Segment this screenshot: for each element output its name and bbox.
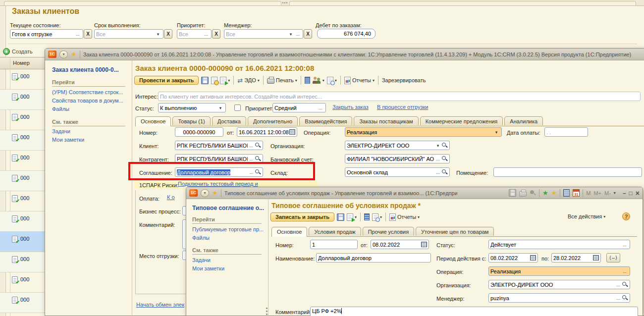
- print-disabled-icon[interactable]: [519, 191, 527, 197]
- room-field[interactable]: [493, 167, 642, 177]
- favorite-star-icon[interactable]: ★: [71, 51, 77, 58]
- choose-button[interactable]: ...: [203, 30, 210, 38]
- memory-plus-button[interactable]: М+: [593, 190, 601, 196]
- filter-manager-field[interactable]: Все ▾ ...: [224, 29, 303, 39]
- payment-link[interactable]: К о: [167, 194, 175, 200]
- reports-button[interactable]: Отчеты▾: [344, 77, 375, 84]
- priority-field[interactable]: Средний ...: [272, 103, 326, 112]
- tab-main[interactable]: Основное: [271, 227, 307, 237]
- agreement-window-titlebar[interactable]: 1С ▾ ★ Типовое соглашение об условиях пр…: [186, 187, 643, 199]
- choose-button[interactable]: ...: [615, 281, 622, 289]
- print-button[interactable]: Печать▾: [267, 77, 297, 84]
- sidebar-item-notes[interactable]: Мои заметки: [192, 265, 224, 271]
- number-field[interactable]: 0000-000090: [175, 127, 223, 137]
- dropdown-icon[interactable]: ▾: [287, 30, 294, 38]
- table-row[interactable]: ✔000: [0, 151, 45, 171]
- filter-deadline-clear-button[interactable]: X: [164, 29, 172, 39]
- spark-trial-link[interactable]: Подключить тестовый период и: [178, 181, 258, 187]
- dropdown-icon[interactable]: ▾: [217, 104, 224, 112]
- period-to-field[interactable]: 28.02.2022: [551, 253, 601, 263]
- org-dropdown[interactable]: ЭЛЕКТРО-ДИРЕКТ ООО▾: [345, 141, 450, 150]
- calculator-icon[interactable]: [563, 189, 570, 197]
- table-row[interactable]: ✔000: [0, 293, 45, 313]
- choose-button[interactable]: ...: [434, 155, 441, 163]
- client-field[interactable]: РПК РЕСПУБЛИКИ БАШКОРТОСТАН ,...: [175, 141, 263, 150]
- all-actions-button[interactable]: Все действия▾: [568, 213, 605, 219]
- document-structure-icon[interactable]: [305, 77, 310, 84]
- create-button[interactable]: + Создать: [3, 48, 33, 55]
- magnifier-icon[interactable]: [441, 142, 448, 149]
- filter-deadline-field[interactable]: Все ▾: [94, 29, 163, 39]
- period-picker-button[interactable]: (↔): [606, 253, 620, 263]
- choose-button[interactable]: ...: [248, 142, 255, 150]
- bank-field[interactable]: ФИЛИАЛ "НОВОСИБИРСКИЙ" АО "АЛ...: [345, 154, 450, 163]
- warehouse-field[interactable]: Основной склад...: [345, 167, 450, 177]
- maximize-button[interactable]: □: [629, 190, 633, 197]
- table-row[interactable]: ✔000: [0, 252, 45, 272]
- date-field[interactable]: 16.06.2021 12:00:08: [237, 127, 297, 137]
- table-row[interactable]: ✔000: [0, 90, 45, 110]
- post-document-icon[interactable]: [211, 77, 217, 84]
- calendar-icon[interactable]: [593, 255, 599, 261]
- date-field[interactable]: 08.02.2022: [371, 240, 429, 249]
- create-based-on-button[interactable]: ▾: [220, 77, 230, 84]
- close-order-link[interactable]: Закрыть заказ: [332, 104, 369, 110]
- filter-manager-clear-button[interactable]: X: [304, 29, 312, 39]
- agreement-field[interactable]: Долларовый договор ...: [175, 167, 263, 177]
- table-header[interactable]: Номер: [0, 57, 45, 69]
- tab-price-refinement[interactable]: Уточнение цен по товарам: [416, 227, 494, 236]
- system-menu-icon[interactable]: ▾: [59, 51, 68, 58]
- save-icon[interactable]: [337, 213, 344, 221]
- sidebar-item-tasks[interactable]: Задачи: [192, 257, 211, 263]
- table-row[interactable]: ✔000: [0, 130, 45, 151]
- sidebar-item-published-offers[interactable]: Публикуемые торговые пр...: [192, 226, 264, 232]
- choose-button[interactable]: ...: [615, 294, 622, 302]
- filter-priority-field[interactable]: Все ...: [177, 29, 212, 39]
- close-button[interactable]: ×: [636, 190, 640, 197]
- magnifier-icon[interactable]: [255, 156, 261, 162]
- save-disabled-icon[interactable]: [509, 189, 516, 197]
- org-field[interactable]: ЭЛЕКТРО-ДИРЕКТ ООО...: [488, 280, 630, 289]
- reports-button[interactable]: Отчеты▾: [389, 213, 420, 221]
- choose-button[interactable]: ...: [317, 104, 324, 112]
- shipping-status-link[interactable]: В процессе отгрузки: [377, 104, 428, 110]
- choose-button[interactable]: ...: [248, 168, 255, 176]
- favorites-menu-icon[interactable]: ★: [551, 190, 557, 197]
- choose-button[interactable]: ...: [74, 30, 81, 38]
- calendar-icon[interactable]: [421, 242, 427, 247]
- schedule-button[interactable]: ▾: [327, 77, 337, 84]
- tab-analytics[interactable]: Аналилика: [504, 116, 543, 125]
- magnifier-icon[interactable]: [255, 142, 261, 149]
- document-structure-icon[interactable]: [364, 213, 370, 220]
- tab-sale-conditions[interactable]: Условия продаж: [309, 227, 361, 236]
- magnifier-icon[interactable]: [622, 281, 628, 288]
- preview-disabled-icon[interactable]: [530, 190, 536, 196]
- tab-goods[interactable]: Товары (1): [172, 116, 210, 125]
- sidebar-item-urm[interactable]: (УРМ) Соответствие строк...: [52, 89, 123, 95]
- tab-additional[interactable]: Дополнительно: [248, 116, 298, 125]
- create-based-on-button[interactable]: ▾: [347, 213, 357, 221]
- choose-button[interactable]: ...: [621, 267, 628, 275]
- start-edo-exchange-link[interactable]: Начать обмен элек: [136, 302, 184, 308]
- memory-minus-button[interactable]: М-: [604, 190, 611, 196]
- tab-interactions[interactable]: Взаимодействия: [299, 116, 352, 125]
- system-menu-icon[interactable]: ▾: [201, 189, 209, 197]
- sidebar-splitter-grip-icon[interactable]: [266, 308, 268, 309]
- table-row[interactable]: ✔000: [0, 211, 45, 232]
- operation-field[interactable]: Реализация...: [488, 266, 630, 276]
- sidebar-item-product-properties[interactable]: Свойства товаров в докум...: [52, 98, 123, 104]
- calendar-icon[interactable]: [289, 129, 295, 135]
- number-field[interactable]: 1: [310, 240, 358, 249]
- add-favorite-icon[interactable]: ★: [542, 190, 548, 197]
- save-and-close-button[interactable]: Записать и закрыть: [270, 212, 334, 221]
- magnifier-icon[interactable]: [441, 156, 448, 162]
- choose-button[interactable]: ...: [434, 168, 441, 176]
- calendar-icon[interactable]: [530, 255, 536, 261]
- period-from-field[interactable]: 08.02.2022: [488, 253, 538, 263]
- edo-button[interactable]: ⇄ЭДО▾: [237, 77, 259, 84]
- sidebar-item-files[interactable]: Файлы: [192, 235, 210, 241]
- table-row-selected[interactable]: ✔000: [0, 232, 45, 252]
- post-and-close-button[interactable]: Провести и закрыть: [134, 76, 199, 85]
- manager-field[interactable]: puzinya...: [488, 293, 630, 303]
- comment-field[interactable]: ЦБ РФ +2%: [310, 307, 638, 316]
